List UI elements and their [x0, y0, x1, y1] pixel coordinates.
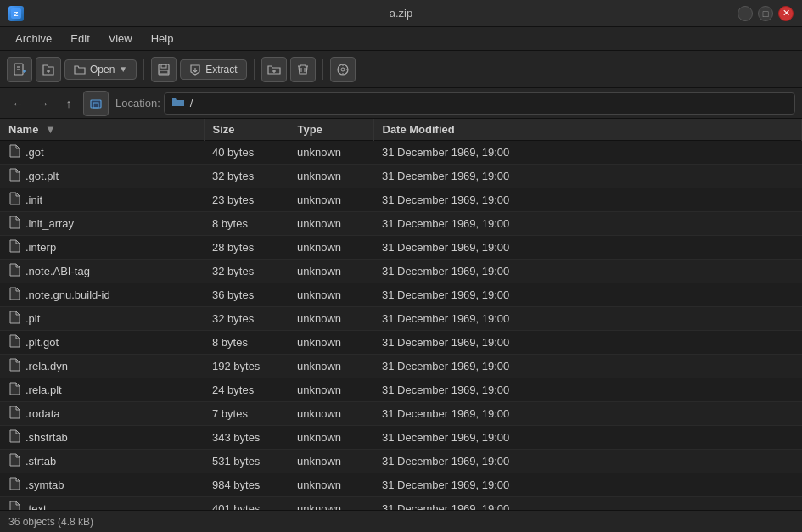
table-row[interactable]: .interp 28 bytesunknown31 December 1969,… [0, 236, 802, 260]
save-as-button[interactable] [151, 57, 177, 82]
table-row[interactable]: .note.gnu.build-id 36 bytesunknown31 Dec… [0, 283, 802, 307]
file-type: unknown [289, 355, 373, 378]
status-bar: 36 objects (4.8 kB) [0, 510, 802, 532]
add-files-button[interactable] [36, 57, 61, 82]
file-table: Name ▼ Size Type Date Modified [0, 119, 802, 510]
file-type: unknown [289, 497, 373, 511]
menu-edit[interactable]: Edit [62, 30, 98, 48]
file-size: 343 bytes [204, 426, 289, 450]
file-size: 32 bytes [204, 307, 289, 331]
menu-archive[interactable]: Archive [7, 30, 60, 48]
minimize-button[interactable]: − [738, 6, 753, 21]
table-row[interactable]: .symtab 984 bytesunknown31 December 1969… [0, 473, 802, 497]
up-button[interactable]: ↑ [58, 92, 80, 115]
file-date: 31 December 1969, 19:00 [373, 378, 802, 402]
file-date: 31 December 1969, 19:00 [373, 236, 802, 260]
file-name: .text [25, 502, 47, 510]
svg-rect-11 [160, 70, 168, 74]
col-header-date[interactable]: Date Modified [373, 119, 802, 141]
file-icon [8, 192, 20, 208]
col-header-size[interactable]: Size [204, 119, 289, 141]
file-date: 31 December 1969, 19:00 [373, 141, 802, 165]
delete-button[interactable] [290, 57, 316, 82]
file-icon [8, 334, 20, 350]
table-row[interactable]: .rela.plt 24 bytesunknown31 December 196… [0, 378, 802, 402]
file-date: 31 December 1969, 19:00 [373, 165, 802, 188]
table-row[interactable]: .strtab 531 bytesunknown31 December 1969… [0, 450, 802, 473]
location-path-text: / [190, 97, 193, 109]
file-type: unknown [289, 141, 373, 165]
file-name-cell: .note.ABI-tag [0, 260, 204, 283]
file-name-cell: .got.plt [0, 165, 204, 188]
file-size: 24 bytes [204, 378, 289, 402]
extract-button[interactable]: Extract [180, 59, 246, 80]
close-button[interactable]: ✕ [778, 6, 794, 21]
window-title: a.zip [390, 7, 412, 20]
forward-button[interactable]: → [32, 92, 54, 115]
file-icon [8, 477, 20, 493]
menu-help[interactable]: Help [143, 30, 182, 48]
col-header-name[interactable]: Name ▼ [0, 119, 204, 141]
file-name: .shstrtab [25, 431, 68, 444]
new-archive-button[interactable] [7, 57, 32, 82]
file-icon [8, 453, 20, 469]
table-row[interactable]: .plt.got 8 bytesunknown31 December 1969,… [0, 331, 802, 355]
toolbar-separator-1 [143, 59, 144, 80]
file-name-cell: .init [0, 188, 204, 212]
table-row[interactable]: .shstrtab 343 bytesunknown31 December 19… [0, 426, 802, 450]
file-date: 31 December 1969, 19:00 [373, 450, 802, 473]
table-row[interactable]: .init_array 8 bytesunknown31 December 19… [0, 212, 802, 236]
file-type: unknown [289, 165, 373, 188]
file-name: .plt.got [25, 336, 59, 349]
file-icon [8, 263, 20, 279]
file-name-cell: .plt.got [0, 331, 204, 355]
new-folder-button[interactable] [261, 57, 287, 82]
table-row[interactable]: .rela.dyn 192 bytesunknown31 December 19… [0, 355, 802, 378]
properties-button[interactable] [330, 57, 356, 82]
table-row[interactable]: .plt 32 bytesunknown31 December 1969, 19… [0, 307, 802, 331]
file-icon [8, 311, 20, 327]
open-dropdown-arrow[interactable]: ▼ [119, 64, 127, 74]
file-size: 8 bytes [204, 212, 289, 236]
file-date: 31 December 1969, 19:00 [373, 355, 802, 378]
file-icon [8, 287, 20, 303]
table-row[interactable]: .got 40 bytesunknown31 December 1969, 19… [0, 141, 802, 165]
file-table-body: .got 40 bytesunknown31 December 1969, 19… [0, 141, 802, 511]
file-type: unknown [289, 402, 373, 426]
location-bar: ← → ↑ Location: / [0, 88, 802, 119]
file-name-cell: .got [0, 141, 204, 165]
svg-rect-9 [159, 64, 169, 75]
home-button[interactable] [83, 91, 109, 116]
file-icon [8, 239, 20, 255]
back-button[interactable]: ← [7, 92, 29, 115]
maximize-button[interactable]: □ [758, 6, 773, 21]
table-row[interactable]: .text 401 bytesunknown31 December 1969, … [0, 497, 802, 511]
table-header-row: Name ▼ Size Type Date Modified [0, 119, 802, 141]
file-type: unknown [289, 331, 373, 355]
file-type: unknown [289, 212, 373, 236]
file-type: unknown [289, 378, 373, 402]
file-name-cell: .strtab [0, 450, 204, 473]
location-path-bar[interactable]: / [164, 92, 795, 115]
menu-view[interactable]: View [100, 30, 141, 48]
app-icon: Z [8, 6, 24, 21]
file-size: 401 bytes [204, 497, 289, 511]
file-size: 32 bytes [204, 260, 289, 283]
file-type: unknown [289, 188, 373, 212]
file-icon [8, 382, 20, 398]
window-controls: − □ ✕ [738, 6, 794, 21]
svg-text:Z: Z [14, 10, 19, 18]
file-size: 984 bytes [204, 473, 289, 497]
file-date: 31 December 1969, 19:00 [373, 307, 802, 331]
col-header-type[interactable]: Type [289, 119, 373, 141]
table-row[interactable]: .got.plt 32 bytesunknown31 December 1969… [0, 165, 802, 188]
file-type: unknown [289, 236, 373, 260]
open-button[interactable]: Open ▼ [64, 59, 137, 80]
file-name-cell: .symtab [0, 473, 204, 497]
file-icon [8, 216, 20, 232]
table-row[interactable]: .note.ABI-tag 32 bytesunknown31 December… [0, 260, 802, 283]
svg-point-18 [341, 68, 345, 71]
table-row[interactable]: .rodata 7 bytesunknown31 December 1969, … [0, 402, 802, 426]
file-type: unknown [289, 450, 373, 473]
table-row[interactable]: .init 23 bytesunknown31 December 1969, 1… [0, 188, 802, 212]
